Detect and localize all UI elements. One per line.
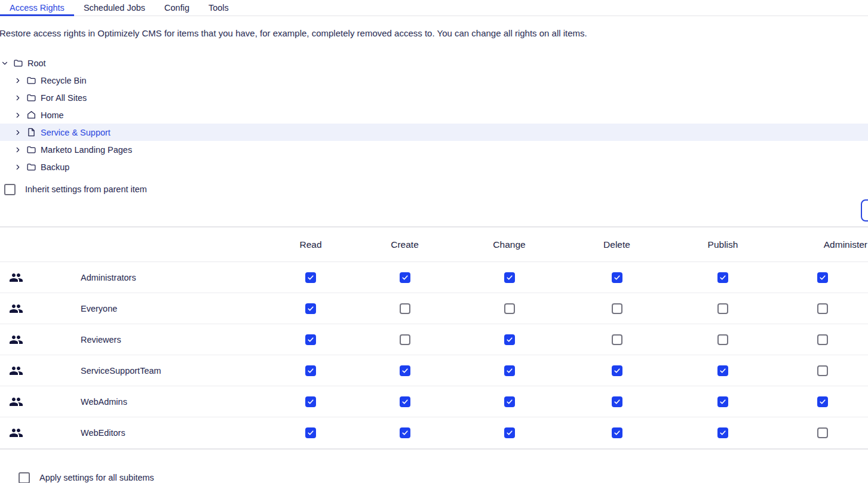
permission-checkbox-servicesupportteam-read[interactable]	[305, 365, 316, 376]
group-name-cell: Everyone	[0, 302, 266, 316]
column-header-change: Change	[454, 239, 565, 250]
column-header-publish: Publish	[669, 239, 777, 250]
permission-cell	[565, 427, 669, 438]
permission-cell	[565, 334, 669, 345]
permission-cell	[669, 334, 777, 345]
permission-cell	[565, 303, 669, 314]
tree-item-recycle-bin[interactable]: Recycle Bin	[0, 72, 868, 89]
tree-item-service-support[interactable]: Service & Support	[0, 124, 868, 141]
apply-settings-label: Apply settings for all subitems	[39, 473, 154, 482]
tree-item-label: Root	[27, 59, 46, 68]
permission-checkbox-webeditors-read[interactable]	[305, 427, 316, 438]
inherit-settings-checkbox[interactable]	[4, 184, 16, 195]
tree-item-label: Service & Support	[41, 128, 111, 137]
chevron-right-icon[interactable]	[14, 129, 22, 136]
people-icon	[9, 270, 23, 285]
permission-checkbox-everyone-change[interactable]	[504, 303, 515, 314]
home-icon	[26, 110, 36, 120]
permission-checkbox-everyone-administer[interactable]	[817, 303, 828, 314]
tab-bar: Access Rights Scheduled Jobs Config Tool…	[0, 0, 868, 16]
permission-checkbox-servicesupportteam-administer[interactable]	[817, 365, 828, 376]
permission-checkbox-everyone-delete[interactable]	[612, 303, 622, 314]
permission-checkbox-everyone-read[interactable]	[305, 303, 316, 314]
chevron-right-icon[interactable]	[14, 146, 22, 153]
column-header-create: Create	[355, 239, 454, 250]
permission-checkbox-webeditors-publish[interactable]	[717, 427, 728, 438]
permission-cell	[777, 427, 868, 438]
tab-config[interactable]: Config	[155, 0, 199, 16]
permission-checkbox-reviewers-delete[interactable]	[612, 334, 622, 345]
permission-cell	[266, 427, 355, 438]
permission-checkbox-reviewers-administer[interactable]	[817, 334, 828, 345]
permission-cell	[454, 334, 565, 345]
permissions-table: ReadCreateChangeDeletePublishAdminister …	[0, 226, 868, 450]
apply-settings-checkbox[interactable]	[19, 472, 30, 483]
group-name-cell: WebEditors	[0, 426, 266, 440]
permission-checkbox-administrators-delete[interactable]	[612, 272, 622, 283]
permission-checkbox-webeditors-administer[interactable]	[817, 427, 828, 438]
table-row-reviewers: Reviewers	[0, 324, 868, 355]
permission-checkbox-reviewers-read[interactable]	[305, 334, 316, 345]
permission-checkbox-webadmins-administer[interactable]	[817, 396, 828, 407]
tree-item-root[interactable]: Root	[0, 54, 868, 72]
chevron-right-icon[interactable]	[14, 94, 22, 101]
permission-checkbox-webeditors-create[interactable]	[400, 427, 410, 438]
permissions-table-body: AdministratorsEveryoneReviewersServiceSu…	[0, 262, 868, 448]
permission-cell	[669, 303, 777, 314]
chevron-right-icon[interactable]	[14, 164, 22, 171]
group-name: Reviewers	[81, 335, 121, 344]
permission-checkbox-administrators-change[interactable]	[504, 272, 515, 283]
permission-checkbox-everyone-create[interactable]	[400, 303, 410, 314]
permission-cell	[669, 272, 777, 283]
permission-cell	[355, 303, 454, 314]
tree-item-marketo-landing-pages[interactable]: Marketo Landing Pages	[0, 141, 868, 158]
permission-checkbox-everyone-publish[interactable]	[717, 303, 728, 314]
page-icon	[26, 127, 36, 137]
permission-checkbox-servicesupportteam-publish[interactable]	[717, 365, 728, 376]
permission-checkbox-administrators-read[interactable]	[305, 272, 316, 283]
permission-checkbox-webadmins-delete[interactable]	[612, 396, 622, 407]
people-icon	[9, 364, 23, 378]
permission-checkbox-servicesupportteam-create[interactable]	[400, 365, 410, 376]
tree-item-home[interactable]: Home	[0, 106, 868, 124]
group-name: Administrators	[81, 273, 136, 282]
permission-cell	[454, 272, 565, 283]
column-header-delete: Delete	[565, 239, 669, 250]
permission-checkbox-administrators-administer[interactable]	[817, 272, 828, 283]
tab-scheduled-jobs[interactable]: Scheduled Jobs	[74, 0, 155, 16]
permission-cell	[454, 427, 565, 438]
access-rights-page: Access Rights Scheduled Jobs Config Tool…	[0, 0, 868, 483]
tree-item-label: Home	[41, 110, 64, 120]
page-description: Restore access rights in Optimizely CMS …	[0, 28, 868, 38]
permission-checkbox-webeditors-change[interactable]	[504, 427, 515, 438]
group-name-cell: Reviewers	[0, 333, 266, 347]
permission-cell	[777, 365, 868, 376]
tree-item-backup[interactable]: Backup	[0, 158, 868, 176]
tab-access-rights[interactable]: Access Rights	[0, 0, 74, 16]
tree-item-label: For All Sites	[41, 93, 87, 103]
permission-checkbox-administrators-publish[interactable]	[717, 272, 728, 283]
permission-cell	[454, 303, 565, 314]
permission-checkbox-servicesupportteam-change[interactable]	[504, 365, 515, 376]
permission-cell	[355, 365, 454, 376]
permission-cell	[454, 396, 565, 407]
permission-checkbox-servicesupportteam-delete[interactable]	[612, 365, 622, 376]
permission-checkbox-reviewers-create[interactable]	[400, 334, 410, 345]
save-button-partial[interactable]	[861, 199, 868, 221]
permission-checkbox-webadmins-read[interactable]	[305, 396, 316, 407]
permission-checkbox-webadmins-change[interactable]	[504, 396, 515, 407]
permission-checkbox-reviewers-publish[interactable]	[717, 334, 728, 345]
folder-icon	[13, 58, 23, 68]
tab-tools[interactable]: Tools	[199, 0, 238, 16]
chevron-right-icon[interactable]	[14, 77, 22, 84]
permission-checkbox-webeditors-delete[interactable]	[612, 427, 622, 438]
permission-checkbox-webadmins-create[interactable]	[400, 396, 410, 407]
permission-checkbox-administrators-create[interactable]	[400, 272, 410, 283]
tree-item-label: Recycle Bin	[41, 76, 87, 85]
tree-item-for-all-sites[interactable]: For All Sites	[0, 89, 868, 106]
permission-checkbox-webadmins-publish[interactable]	[717, 396, 728, 407]
chevron-right-icon[interactable]	[14, 112, 22, 119]
table-row-webadmins: WebAdmins	[0, 386, 868, 417]
chevron-down-icon[interactable]	[1, 60, 8, 67]
permission-checkbox-reviewers-change[interactable]	[504, 334, 515, 345]
